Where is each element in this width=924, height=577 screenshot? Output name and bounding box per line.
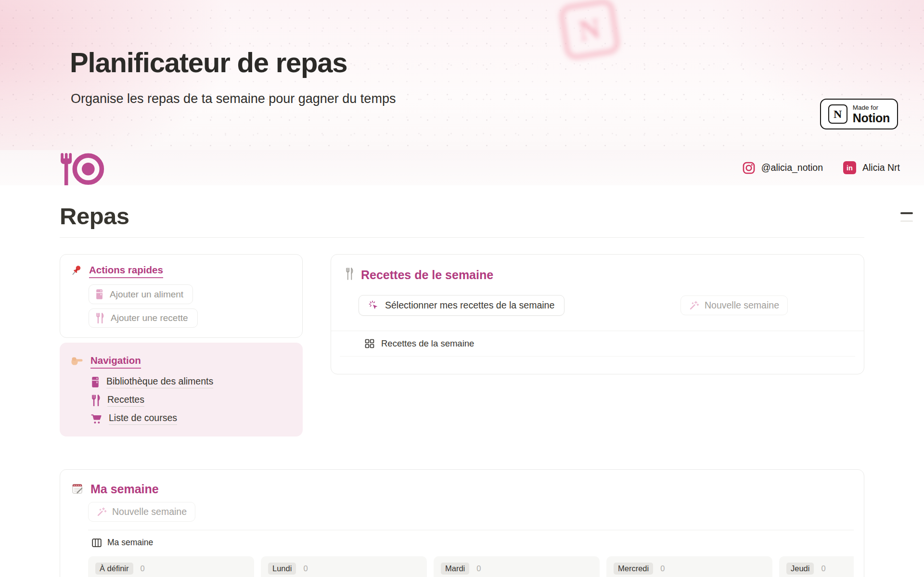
nav-item-label: Recettes [107,394,144,407]
board-column-lundi: Lundi 0 [261,556,427,577]
column-count: 0 [303,564,308,573]
quick-actions-heading: Actions rapides [89,264,163,278]
column-chip[interactable]: Mardi [441,563,469,575]
add-recipe-label: Ajouter une recette [111,313,188,323]
quick-action-buttons: Ajouter un aliment A [89,284,291,328]
quick-actions-card: Actions rapides [60,254,303,338]
fork-knife-icon [91,395,101,406]
fridge-icon [95,289,103,300]
new-week-button[interactable]: Nouvelle semaine [680,295,788,315]
week-recipes-card: Recettes de le semaine [331,254,864,374]
kanban-board: À définir 0 Lundi 0 Mardi 0 [88,556,854,577]
add-food-label: Ajouter un aliment [110,289,183,300]
navigation-items: Bibliothèque des aliments [91,376,292,425]
new-week-button[interactable]: Nouvelle semaine [88,502,195,522]
linkedin-icon: in [843,161,856,174]
nav-item-shopping-list[interactable]: Liste de courses [91,412,292,425]
magic-wand-icon [689,300,699,310]
column-chip[interactable]: Jeudi [786,563,814,575]
week-recipes-buttons-row: Sélectionner mes recettes de la semaine [331,282,864,316]
new-week-label: Nouvelle semaine [112,506,187,517]
column-count: 0 [141,564,145,573]
instagram-handle: @alicia_notion [761,162,823,173]
social-strip: @alicia_notion in Alicia Nrt [0,150,924,185]
week-recipes-heading: Recettes de le semaine [361,268,493,282]
board-column-jeudi: Jeudi 0 [779,556,854,577]
gallery-grid-icon [365,339,374,348]
cursor-click-icon [369,300,379,310]
navigation-heading: Navigation [90,355,141,369]
linkedin-link[interactable]: in Alicia Nrt [843,161,900,174]
my-week-heading-row: Ma semaine [60,482,864,496]
my-week-heading: Ma semaine [90,482,159,496]
magic-wand-icon [97,507,107,517]
linked-view-week-recipes[interactable]: Recettes de la semaine [331,331,864,356]
add-recipe-button[interactable]: Ajouter une recette [89,308,198,328]
column-chip[interactable]: Mercredi [614,563,653,575]
badge-made-for-label: Made for [853,104,890,112]
column-count: 0 [476,564,481,573]
my-week-card: Ma semaine Nouvelle semaine [60,469,864,577]
board-column-mardi: Mardi 0 [434,556,600,577]
two-column-layout: Actions rapides [60,254,864,436]
notion-watermark-letter: N [576,11,603,48]
navigation-panel: Navigation [60,343,303,436]
instagram-link[interactable]: @alicia_notion [743,162,823,174]
page-header: Repas [60,185,864,238]
banner-subtitle: Organise les repas de ta semaine pour ga… [71,91,396,106]
made-for-notion-text: Made for Notion [853,104,890,124]
linkedin-name: Alicia Nrt [862,162,900,173]
social-links: @alicia_notion in Alicia Nrt [743,150,900,185]
board-view-tab[interactable]: Ma semaine [60,530,864,553]
notion-logo-icon: N [828,104,847,124]
pointing-hand-icon [71,356,83,368]
cart-icon [91,414,102,424]
badge-notion-label: Notion [853,112,890,124]
spiral-notepad-icon [71,482,83,496]
navigation-heading-row: Navigation [71,355,292,369]
nav-item-label: Liste de courses [109,412,177,425]
select-week-recipes-button[interactable]: Sélectionner mes recettes de la semaine [359,295,565,316]
page-title: Repas [60,203,864,230]
fork-knife-icon [95,313,104,323]
select-week-recipes-label: Sélectionner mes recettes de la semaine [385,300,554,311]
week-recipes-heading-row: Recettes de le semaine [331,267,864,282]
board-view-label: Ma semaine [107,538,153,548]
meal-planner-page: N Planificateur de repas Organise les re… [0,0,924,577]
header-banner: N Planificateur de repas Organise les re… [0,0,924,150]
quick-actions-heading-row: Actions rapides [71,264,291,278]
column-chip[interactable]: À définir [95,563,133,575]
right-column: Recettes de le semaine [331,254,864,436]
linked-view-label: Recettes de la semaine [381,338,474,349]
column-chip[interactable]: Lundi [268,563,296,575]
content-sheet: Repas [0,185,924,577]
notion-logo-letter: N [834,108,842,121]
pushpin-icon [71,265,82,278]
made-for-notion-badge[interactable]: N Made for Notion [820,99,898,129]
instagram-icon [743,162,755,174]
new-week-label: Nouvelle semaine [705,300,779,311]
notion-watermark-icon: N [557,0,622,62]
nav-item-food-library[interactable]: Bibliothèque des aliments [91,376,292,388]
board-column-a-definir: À définir 0 [88,556,254,577]
nav-item-label: Bibliothèque des aliments [106,376,213,388]
board-columns-icon [92,539,102,547]
column-count: 0 [660,564,665,573]
collapse-handle-icon[interactable] [900,212,913,222]
nav-item-recipes[interactable]: Recettes [91,394,292,407]
fridge-icon [91,376,100,388]
add-food-button[interactable]: Ajouter un aliment [89,284,193,304]
board-column-mercredi: Mercredi 0 [606,556,772,577]
cutlery-icon [345,267,354,282]
left-column: Actions rapides [60,254,303,436]
banner-title: Planificateur de repas [70,46,347,78]
column-count: 0 [821,564,825,573]
